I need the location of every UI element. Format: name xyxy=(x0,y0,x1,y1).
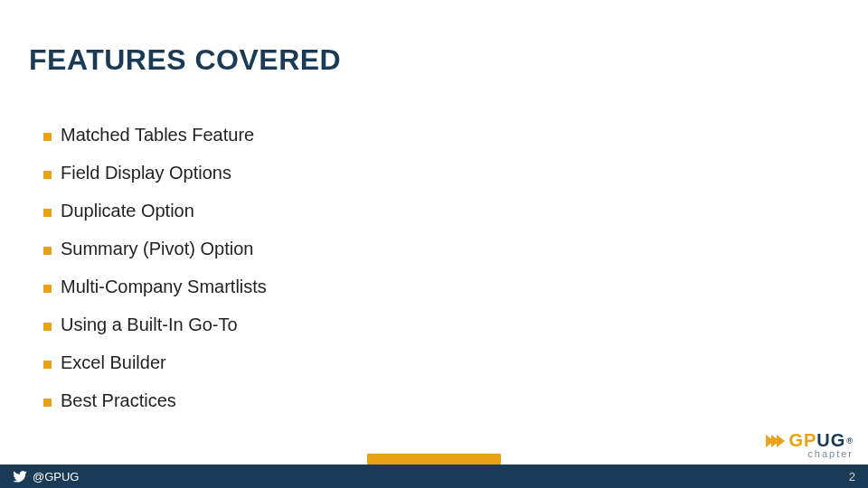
square-bullet-icon xyxy=(43,285,52,293)
registered-icon: ® xyxy=(846,436,854,446)
twitter-handle-text: @GPUG xyxy=(33,470,79,483)
list-item-label: Multi-Company Smartlists xyxy=(61,277,267,297)
list-item: Best Practices xyxy=(43,390,767,411)
slide: FEATURES COVERED Matched Tables Feature … xyxy=(0,0,868,488)
list-item-label: Excel Builder xyxy=(61,352,166,373)
arrow-icon xyxy=(769,435,785,447)
square-bullet-icon xyxy=(43,133,52,141)
list-item: Multi-Company Smartlists xyxy=(43,277,767,297)
list-item-label: Matched Tables Feature xyxy=(61,125,254,145)
list-item: Matched Tables Feature xyxy=(43,125,767,145)
list-item: Using a Built-In Go-To xyxy=(43,314,767,335)
list-item-label: Using a Built-In Go-To xyxy=(61,314,238,335)
gpug-logo: GPUG® chapter xyxy=(769,430,854,459)
list-item-label: Field Display Options xyxy=(61,163,231,183)
page-number: 2 xyxy=(849,465,855,488)
square-bullet-icon xyxy=(43,323,52,331)
square-bullet-icon xyxy=(43,209,52,217)
list-item-label: Summary (Pivot) Option xyxy=(61,239,253,259)
square-bullet-icon xyxy=(43,247,52,255)
list-item: Summary (Pivot) Option xyxy=(43,239,767,259)
footer-bar: @GPUG 2 xyxy=(0,465,868,488)
list-item-label: Duplicate Option xyxy=(61,201,194,221)
twitter-icon xyxy=(13,471,27,483)
list-item: Field Display Options xyxy=(43,163,767,183)
list-item: Duplicate Option xyxy=(43,201,767,221)
square-bullet-icon xyxy=(43,361,52,369)
bullet-list: Matched Tables Feature Field Display Opt… xyxy=(43,125,767,428)
twitter-handle: @GPUG xyxy=(13,465,79,488)
list-item-label: Best Practices xyxy=(61,390,176,411)
logo-subtitle: chapter xyxy=(769,448,854,459)
slide-title: FEATURES COVERED xyxy=(29,43,341,77)
square-bullet-icon xyxy=(43,171,52,179)
list-item: Excel Builder xyxy=(43,352,767,373)
square-bullet-icon xyxy=(43,399,52,407)
